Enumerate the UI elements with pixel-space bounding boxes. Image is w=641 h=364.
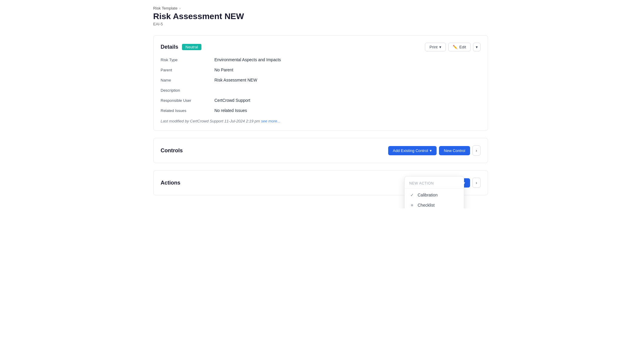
checklist-icon: ≡ [409, 202, 415, 208]
breadcrumb: Risk Template › [153, 6, 488, 10]
description-value [215, 88, 481, 93]
name-label: Name [161, 78, 215, 82]
related-issues-label: Related Issues [161, 108, 215, 113]
print-button[interactable]: Print ▾ [425, 43, 446, 51]
parent-label: Parent [161, 67, 215, 72]
new-action-dropdown: New Action ✓ Calibration ≡ Checklist ▷▷ … [404, 176, 464, 208]
controls-expand-button[interactable]: › [472, 145, 481, 156]
page-subtitle: EAI-5 [153, 22, 488, 26]
details-title-row: Details Neutral [161, 44, 202, 50]
details-title: Details [161, 44, 178, 50]
dropdown-header: New Action [405, 179, 464, 187]
page-title: Risk Assessment NEW [153, 12, 488, 21]
details-more-button[interactable]: ▾ [473, 43, 481, 51]
calibration-label: Calibration [418, 193, 438, 197]
responsible-user-label: Responsible User [161, 98, 215, 103]
risk-type-label: Risk Type [161, 57, 215, 62]
edit-pencil-icon: ✏️ [453, 45, 458, 49]
add-existing-chevron-icon: ▾ [430, 148, 432, 153]
edit-label: Edit [459, 45, 466, 49]
add-existing-control-button[interactable]: Add Existing Control ▾ [388, 146, 437, 155]
responsible-user-value: CertCrowd Support [215, 98, 481, 103]
actions-title: Actions [161, 180, 180, 186]
controls-card: Controls Add Existing Control ▾ New Cont… [153, 138, 488, 163]
risk-type-value: Environmental Aspects and Impacts [215, 57, 481, 62]
calibration-icon: ✓ [409, 192, 415, 198]
dropdown-item-checklist[interactable]: ≡ Checklist [405, 200, 464, 208]
dropdown-item-calibration[interactable]: ✓ Calibration [405, 190, 464, 200]
print-chevron-icon: ▾ [439, 45, 441, 49]
dropdown-divider [405, 188, 464, 189]
related-issues-value: No related Issues [215, 108, 481, 113]
parent-value: No Parent [215, 67, 481, 72]
controls-header: Controls Add Existing Control ▾ New Cont… [161, 145, 481, 156]
name-value: Risk Assessment NEW [215, 78, 481, 82]
details-card: Details Neutral Print ▾ ✏️ Edit ▾ Risk T… [153, 35, 488, 131]
breadcrumb-parent-link[interactable]: Risk Template [153, 6, 178, 10]
new-control-button[interactable]: New Control [439, 146, 470, 155]
add-existing-control-label: Add Existing Control [393, 148, 428, 153]
description-label: Description [161, 88, 215, 93]
new-control-label: New Control [444, 148, 465, 153]
edit-button[interactable]: ✏️ Edit [448, 43, 470, 51]
breadcrumb-separator: › [179, 6, 180, 10]
modified-text: Last modified by CertCrowd Support 11-Ju… [161, 119, 481, 123]
controls-buttons: Add Existing Control ▾ New Control › [388, 145, 481, 156]
see-more-link[interactable]: see more... [261, 119, 281, 123]
details-header: Details Neutral Print ▾ ✏️ Edit ▾ [161, 43, 481, 51]
actions-expand-button[interactable]: › [472, 178, 481, 188]
print-label: Print [429, 45, 437, 49]
details-actions: Print ▾ ✏️ Edit ▾ [425, 43, 480, 51]
controls-title: Controls [161, 148, 183, 154]
status-badge: Neutral [182, 44, 202, 50]
detail-fields: Risk Type Environmental Aspects and Impa… [161, 57, 481, 113]
checklist-label: Checklist [418, 203, 435, 208]
